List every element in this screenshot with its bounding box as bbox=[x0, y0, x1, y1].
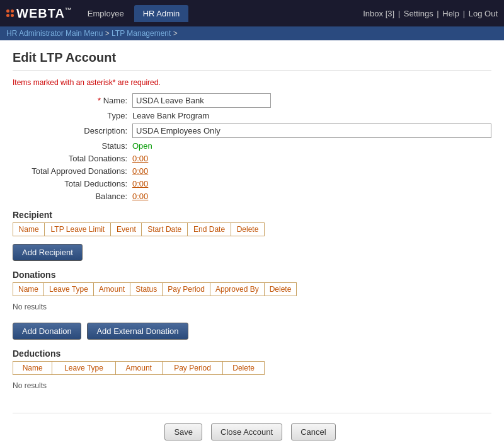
recipient-col-delete: Delete bbox=[231, 223, 264, 236]
recipient-section-title: Recipient bbox=[13, 210, 491, 220]
breadcrumb-ltp-management[interactable]: LTP Management bbox=[112, 29, 171, 38]
nav-tabs: Employee HR Admin bbox=[79, 5, 188, 22]
donations-table: Name Leave Type Amount Status Pay Period… bbox=[13, 282, 297, 296]
donations-header-row: Name Leave Type Amount Status Pay Period… bbox=[13, 283, 297, 296]
cancel-button[interactable]: Cancel bbox=[291, 423, 335, 440]
tab-employee[interactable]: Employee bbox=[79, 5, 133, 22]
deductions-table: Name Leave Type Amount Pay Period Delete bbox=[13, 361, 265, 375]
inbox-link[interactable]: Inbox [3] bbox=[363, 9, 394, 18]
logo-text: WEBTA™ bbox=[16, 6, 72, 21]
donations-section: Donations Name Leave Type Amount Status … bbox=[13, 270, 491, 340]
required-note-text: Items marked with an asterisk bbox=[13, 78, 113, 87]
deductions-col-delete: Delete bbox=[223, 362, 265, 375]
donations-col-approved-by: Approved By bbox=[210, 283, 264, 296]
total-donations-row: Total Donations: 0:00 bbox=[13, 154, 491, 163]
deductions-col-pay-period: Pay Period bbox=[162, 362, 222, 375]
deductions-section: Deductions Name Leave Type Amount Pay Pe… bbox=[13, 348, 491, 394]
type-row: Type: Leave Bank Program bbox=[13, 111, 491, 120]
donations-col-name: Name bbox=[13, 283, 44, 296]
description-row: Description: bbox=[13, 124, 491, 138]
logo-tm: ™ bbox=[65, 6, 72, 14]
recipient-section: Recipient Name LTP Leave Limit Event Sta… bbox=[13, 210, 491, 261]
recipient-col-start: Start Date bbox=[142, 223, 188, 236]
settings-link[interactable]: Settings bbox=[404, 9, 433, 18]
add-donation-button[interactable]: Add Donation bbox=[13, 323, 81, 340]
logo-dot-1 bbox=[6, 9, 9, 13]
deductions-no-results: No results bbox=[13, 379, 491, 394]
type-value: Leave Bank Program bbox=[132, 111, 209, 120]
balance-row: Balance: 0:00 bbox=[13, 192, 491, 201]
status-label: Status: bbox=[13, 141, 132, 151]
required-note: Items marked with an asterisk* are requi… bbox=[13, 78, 491, 87]
deductions-header-row: Name Leave Type Amount Pay Period Delete bbox=[13, 362, 265, 375]
header-right: Inbox [3] | Settings | Help | Log Out bbox=[363, 9, 498, 18]
add-external-donation-button[interactable]: Add External Donation bbox=[87, 323, 188, 340]
logo-dot-3 bbox=[6, 14, 9, 17]
total-approved-row: Total Approved Donations: 0:00 bbox=[13, 166, 491, 176]
breadcrumb-main-menu[interactable]: HR Administrator Main Menu bbox=[6, 29, 103, 38]
footer-buttons: Save Close Account Cancel bbox=[13, 413, 491, 440]
total-approved-label: Total Approved Donations: bbox=[13, 166, 132, 176]
logout-link[interactable]: Log Out bbox=[469, 9, 498, 18]
total-donations-value[interactable]: 0:00 bbox=[132, 154, 148, 163]
deductions-col-amount: Amount bbox=[115, 362, 162, 375]
name-row: * Name: bbox=[13, 93, 491, 108]
total-approved-value[interactable]: 0:00 bbox=[132, 166, 148, 176]
recipient-header-row: Name LTP Leave Limit Event Start Date En… bbox=[13, 223, 265, 236]
sub-nav: HR Administrator Main Menu > LTP Managem… bbox=[0, 26, 504, 40]
logo-dots bbox=[6, 9, 14, 17]
recipient-col-event: Event bbox=[111, 223, 142, 236]
recipient-col-limit: LTP Leave Limit bbox=[45, 223, 111, 236]
header: WEBTA™ Employee HR Admin Inbox [3] | Set… bbox=[0, 0, 504, 26]
add-recipient-button[interactable]: Add Recipient bbox=[13, 244, 83, 261]
status-row: Status: Open bbox=[13, 141, 491, 151]
form-section: * Name: Type: Leave Bank Program Descrip… bbox=[13, 93, 491, 201]
balance-label: Balance: bbox=[13, 192, 132, 201]
recipient-col-name: Name bbox=[13, 223, 45, 236]
tab-hr-admin[interactable]: HR Admin bbox=[134, 5, 189, 22]
description-input[interactable] bbox=[132, 124, 491, 138]
deductions-col-name: Name bbox=[13, 362, 52, 375]
save-button[interactable]: Save bbox=[164, 423, 202, 440]
main-content: Edit LTP Account Items marked with an as… bbox=[0, 40, 504, 443]
recipient-table: Name LTP Leave Limit Event Start Date En… bbox=[13, 222, 265, 236]
close-account-button[interactable]: Close Account bbox=[211, 423, 282, 440]
donations-col-status: Status bbox=[130, 283, 163, 296]
name-input[interactable] bbox=[132, 93, 271, 108]
total-deductions-label: Total Deductions: bbox=[13, 179, 132, 188]
deductions-section-title: Deductions bbox=[13, 348, 491, 359]
help-link[interactable]: Help bbox=[442, 9, 459, 18]
balance-value[interactable]: 0:00 bbox=[132, 192, 148, 201]
page-title: Edit LTP Account bbox=[13, 50, 491, 71]
donations-col-delete: Delete bbox=[264, 283, 297, 296]
donations-col-leave-type: Leave Type bbox=[44, 283, 94, 296]
name-label: * Name: bbox=[13, 96, 132, 105]
donations-col-pay-period: Pay Period bbox=[163, 283, 210, 296]
donations-col-amount: Amount bbox=[93, 283, 130, 296]
description-label: Description: bbox=[13, 126, 132, 135]
status-value: Open bbox=[132, 141, 152, 151]
total-deductions-value[interactable]: 0:00 bbox=[132, 179, 148, 188]
total-deductions-row: Total Deductions: 0:00 bbox=[13, 179, 491, 188]
logo-area: WEBTA™ bbox=[6, 6, 72, 21]
donations-section-title: Donations bbox=[13, 270, 491, 280]
deductions-col-leave-type: Leave Type bbox=[52, 362, 115, 375]
donations-no-results: No results bbox=[13, 300, 491, 315]
logo-dot-2 bbox=[11, 9, 14, 13]
total-donations-label: Total Donations: bbox=[13, 154, 132, 163]
type-label: Type: bbox=[13, 111, 132, 120]
logo-dot-4 bbox=[11, 14, 14, 17]
recipient-col-end: End Date bbox=[188, 223, 231, 236]
